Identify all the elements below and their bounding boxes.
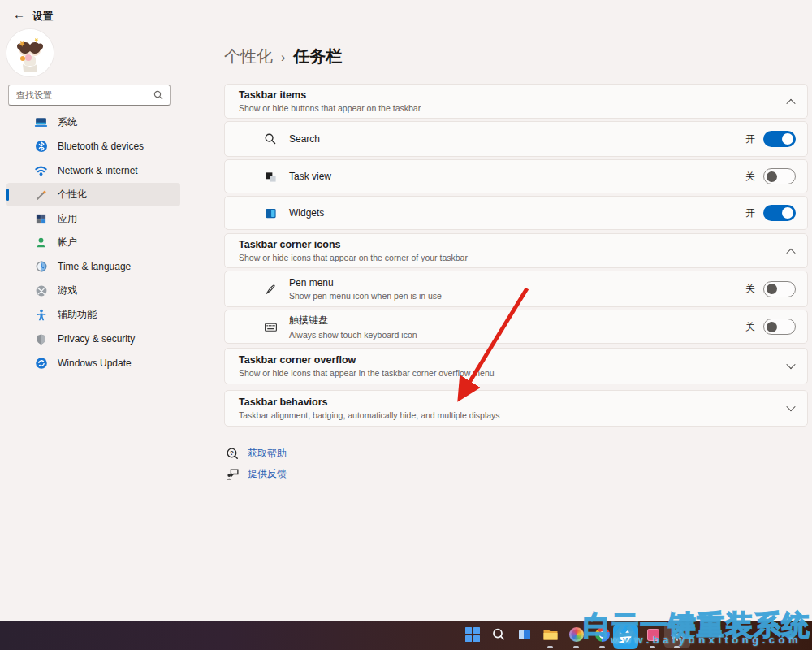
back-button[interactable]: ←: [13, 7, 25, 21]
sidebar-item-privacy-security[interactable]: Privacy & security: [6, 327, 180, 351]
setting-sublabel: Always show touch keyboard icon: [289, 330, 417, 340]
sidebar-item-time-language[interactable]: Time & language: [6, 255, 180, 280]
page-title: 任务栏: [293, 46, 342, 67]
toggle-state-label: 关: [745, 282, 755, 296]
chevron-up-icon[interactable]: [786, 248, 795, 257]
setting-row-touch-keyboard: 触摸键盘 Always show touch keyboard icon 关: [224, 310, 808, 344]
touch-keyboard-icon: [263, 319, 278, 334]
sidebar-item-label: Windows Update: [58, 358, 132, 369]
settings-search-input[interactable]: [9, 90, 153, 100]
breadcrumb-separator-icon: ›: [281, 50, 285, 65]
section-subtitle: Show or hide icons that appear on the co…: [239, 253, 468, 262]
chrome-icon[interactable]: [594, 626, 611, 643]
running-indicator: [674, 646, 680, 648]
chevron-down-icon[interactable]: [786, 401, 795, 410]
sidebar-item-label: Network & internet: [58, 165, 138, 176]
sidebar-item-label: 应用: [58, 212, 77, 226]
setting-row-task-view: Task view 关: [224, 159, 808, 193]
toggle-state-label: 开: [745, 132, 755, 146]
setting-label: Pen menu: [289, 277, 442, 288]
breadcrumb: 个性化 › 任务栏: [224, 46, 342, 67]
task-view-icon: [263, 169, 278, 184]
breadcrumb-parent[interactable]: 个性化: [224, 46, 273, 67]
sidebar-item-label: 辅助功能: [58, 308, 97, 322]
feedback-icon: [225, 466, 240, 481]
running-indicator: [573, 646, 579, 648]
setting-sublabel: Show pen menu icon when pen is in use: [289, 291, 442, 301]
avatar-illustration: [6, 29, 54, 76]
sidebar-item-label: Privacy & security: [58, 333, 135, 344]
svg-text:?: ?: [230, 449, 234, 457]
setting-label: 触摸键盘: [289, 314, 417, 327]
sidebar-item-bluetooth-devices[interactable]: Bluetooth & devices: [6, 135, 180, 159]
link-label: 提供反馈: [248, 467, 287, 481]
personalization-icon: [34, 188, 48, 202]
twitter-icon[interactable]: [613, 624, 638, 649]
expander-corner-icons[interactable]: Taskbar corner icons Show or hide icons …: [224, 233, 808, 268]
section-subtitle: Show or hide buttons that appear on the …: [239, 103, 421, 113]
expander-taskbar-behaviors[interactable]: Taskbar behaviors Taskbar alignment, bad…: [224, 390, 808, 427]
user-avatar[interactable]: [6, 29, 54, 76]
settings-search-box: [8, 84, 171, 106]
running-indicator: [547, 646, 553, 648]
windows-start-icon[interactable]: [464, 626, 481, 643]
chevron-down-icon[interactable]: [786, 359, 795, 368]
sidebar-item-accessibility[interactable]: 辅助功能: [6, 303, 180, 327]
taskbar-task-view-icon[interactable]: [516, 626, 533, 643]
task-view-toggle[interactable]: [763, 168, 796, 184]
system-icon: [34, 115, 48, 129]
section-title: Taskbar corner overflow: [239, 354, 356, 366]
get-help-link[interactable]: ? 获取帮助: [225, 446, 287, 461]
sidebar-nav: 系统 Bluetooth & devices Network & interne…: [0, 110, 187, 375]
sidebar-item-label: 帐户: [58, 236, 77, 249]
pen-icon: [263, 282, 278, 297]
expander-taskbar-items[interactable]: Taskbar items Show or hide buttons that …: [224, 84, 808, 119]
setting-label: Search: [289, 133, 320, 145]
sidebar-item-label: Time & language: [58, 261, 131, 272]
feedback-link[interactable]: 提供反馈: [225, 466, 287, 481]
chevron-up-icon[interactable]: [786, 98, 795, 107]
sidebar-item-personalization[interactable]: 个性化: [6, 183, 180, 207]
setting-row-search: Search 开: [224, 121, 808, 157]
sidebar-item-accounts[interactable]: 帐户: [6, 231, 180, 255]
browser-colorful-icon[interactable]: [568, 626, 585, 643]
sidebar-item-label: 系统: [58, 115, 77, 129]
sidebar-item-network-internet[interactable]: Network & internet: [6, 158, 180, 183]
section-subtitle: Taskbar alignment, badging, automaticall…: [239, 410, 500, 420]
file-explorer-icon[interactable]: [542, 626, 559, 643]
section-subtitle: Show or hide icons that appear in the ta…: [239, 368, 495, 378]
section-title: Taskbar corner icons: [239, 239, 341, 250]
search-toggle[interactable]: [763, 131, 796, 147]
sidebar-item-system[interactable]: 系统: [6, 110, 180, 135]
settings-window: ← 设置 系统: [0, 0, 812, 650]
sidebar-item-gaming[interactable]: 游戏: [6, 279, 180, 303]
expander-corner-overflow[interactable]: Taskbar corner overflow Show or hide ico…: [224, 348, 808, 384]
accounts-icon: [34, 236, 48, 249]
sidebar-item-label: Bluetooth & devices: [58, 141, 144, 152]
setting-row-pen-menu: Pen menu Show pen menu icon when pen is …: [224, 271, 808, 307]
sidebar-item-apps[interactable]: 应用: [6, 206, 180, 231]
search-icon[interactable]: [153, 90, 163, 100]
time-language-icon: [34, 260, 48, 274]
widgets-toggle[interactable]: [763, 205, 796, 221]
toggle-state-label: 关: [745, 320, 755, 334]
setting-row-widgets: Widgets 开: [224, 196, 808, 230]
running-indicator: [650, 646, 655, 648]
sidebar-item-label: 个性化: [58, 188, 87, 202]
sidebar-item-windows-update[interactable]: Windows Update: [6, 351, 180, 375]
taskbar-search-icon[interactable]: [490, 626, 507, 643]
search-icon: [263, 132, 278, 146]
os-taskbar: [0, 621, 812, 650]
sidebar-item-label: 游戏: [58, 284, 77, 297]
accessibility-icon: [34, 308, 48, 322]
toggle-state-label: 开: [745, 206, 755, 220]
touch-keyboard-toggle[interactable]: [763, 318, 796, 335]
settings-gear-icon[interactable]: [669, 626, 685, 643]
section-title: Taskbar behaviors: [239, 396, 328, 408]
widgets-icon: [263, 206, 278, 220]
toggle-state-label: 关: [745, 170, 755, 184]
running-indicator: [599, 646, 605, 648]
section-title: Taskbar items: [239, 89, 306, 101]
pink-app-icon[interactable]: [646, 628, 659, 641]
pen-menu-toggle[interactable]: [763, 281, 796, 297]
